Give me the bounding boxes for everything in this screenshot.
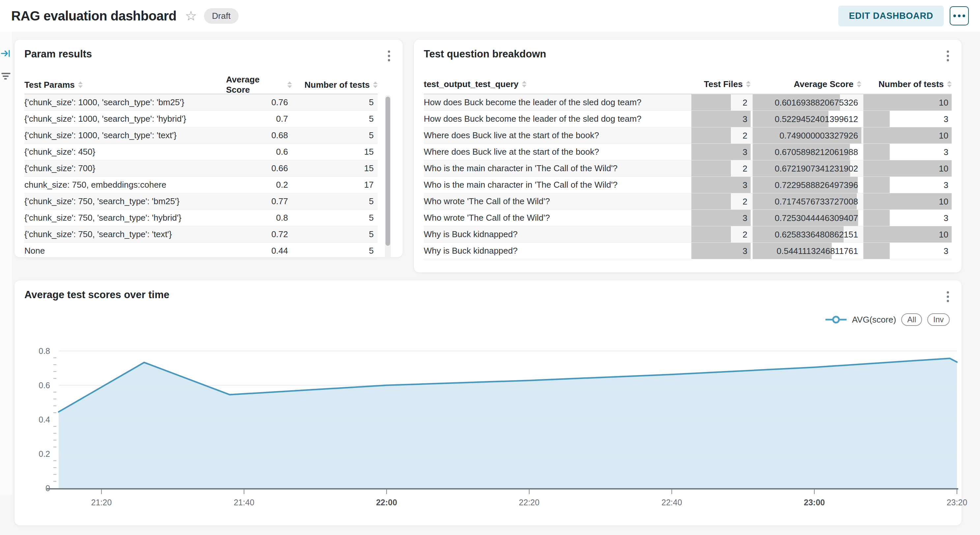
data-bar [863,144,890,160]
data-bar [691,127,731,144]
average-test-scores-panel: Average test scores over time AVG(score)… [14,280,961,525]
number-of-tests-cell: 15 [292,163,378,174]
range-inv-button[interactable]: Inv [927,313,950,326]
table-row[interactable]: {'chunk_size': 450}0.615 [24,144,378,160]
sort-icon [78,81,83,88]
column-header-average-score[interactable]: Average Score [752,79,861,89]
table-row[interactable]: Who is the main character in 'The Call o… [424,177,952,193]
table-row[interactable]: None0.445 [24,243,378,259]
number-of-tests-cell: 3 [863,243,952,259]
test-params-cell: None [24,246,226,256]
test-params-cell: {'chunk_size': 1000, 'search_type': 'hyb… [24,114,226,124]
x-axis-label: 23:00 [804,498,825,507]
query-cell: Where does Buck live at the start of the… [424,130,689,141]
data-bar [691,210,751,226]
table-row[interactable]: How does Buck become the leader of the s… [424,94,952,111]
number-of-tests-cell: 10 [863,160,952,176]
query-cell: Why is Buck kidnapped? [424,229,689,240]
series-marker-icon [826,316,846,324]
data-bar [691,94,731,110]
table-row[interactable]: {'chunk_size': 750, 'search_type': 'text… [24,226,378,243]
table-row[interactable]: How does Buck become the leader of the s… [424,111,952,127]
y-axis-label: 0.2 [38,449,50,458]
table-row[interactable]: {'chunk_size': 1000, 'search_type': 'tex… [24,127,378,144]
test-params-cell: {'chunk_size': 750, 'search_type': 'hybr… [24,213,226,223]
average-score-cell: 0.8 [226,213,292,223]
average-score-cell: 0.6705898212061988 [752,144,861,160]
table-row[interactable]: {'chunk_size': 1000, 'search_type': 'bm2… [24,94,378,111]
column-header-number-of-tests[interactable]: Number of tests [863,79,952,89]
table-scrollbar[interactable] [385,95,391,260]
data-bar [863,111,890,127]
test-params-cell: {'chunk_size': 750, 'search_type': 'bm25… [24,196,226,206]
filter-icon[interactable] [0,69,12,83]
test-files-cell: 2 [691,193,751,209]
top-bar: RAG evaluation dashboard ☆ Draft EDIT DA… [0,0,980,32]
average-score-cell: 0.7 [226,114,292,124]
more-options-button[interactable] [950,6,969,26]
average-score-cell: 0.6721907341231902 [752,160,861,176]
test-files-cell: 2 [691,127,751,144]
table-row[interactable]: {'chunk_size': 1000, 'search_type': 'hyb… [24,111,378,127]
x-axis-label: 22:00 [376,498,397,507]
number-of-tests-cell: 5 [292,213,378,223]
table-row[interactable]: Why is Buck kidnapped?20.625833648086215… [424,226,952,243]
range-all-button[interactable]: All [901,313,922,326]
query-cell: How does Buck become the leader of the s… [424,97,689,107]
data-bar [863,127,952,144]
collapse-panel-icon[interactable] [0,46,12,61]
table-row[interactable]: Where does Buck live at the start of the… [424,127,952,144]
table-row[interactable]: Who is the main character in 'The Call o… [424,160,952,177]
data-bar [691,144,751,160]
column-header-test-params[interactable]: Test Params [24,80,226,90]
data-bar [691,193,731,209]
average-score-cell: 0.7229588826497396 [752,177,861,193]
test-params-cell: {'chunk_size': 700} [24,163,226,174]
sort-icon [947,81,952,88]
average-score-cell: 0.68 [226,130,292,141]
average-score-cell: 0.2 [226,180,292,190]
panel-menu-button[interactable] [941,48,954,63]
panel-title: Param results [24,48,92,60]
data-bar [863,177,890,193]
column-header-query[interactable]: test_output_test_query [424,79,689,89]
topbar-actions: EDIT DASHBOARD [838,6,969,26]
favorite-star-icon[interactable]: ☆ [185,9,197,22]
data-bar [691,177,751,193]
average-score-cell: 0.749000003327926 [752,127,861,144]
data-bar [691,160,731,176]
number-of-tests-cell: 3 [863,111,952,127]
table-row[interactable]: {'chunk_size': 750, 'search_type': 'hybr… [24,210,378,226]
table-row[interactable]: {'chunk_size': 700}0.6615 [24,160,378,177]
table-row[interactable]: Who wrote 'The Call of the Wild'?20.7174… [424,193,952,210]
column-header-test-files[interactable]: Test Files [691,79,751,89]
panel-menu-button[interactable] [941,289,954,304]
query-cell: Why is Buck kidnapped? [424,246,689,256]
table-row[interactable]: Where does Buck live at the start of the… [424,144,952,160]
legend-series-label[interactable]: AVG(score) [852,315,896,325]
test-files-cell: 2 [691,226,751,243]
scrollbar-thumb[interactable] [385,97,390,246]
average-score-cell: 0.5441113246811761 [752,243,861,259]
edit-dashboard-button[interactable]: EDIT DASHBOARD [838,6,944,26]
y-axis-label: 0.8 [38,347,50,356]
status-badge: Draft [204,8,238,24]
table-row[interactable]: Who wrote 'The Call of the Wild'?30.7253… [424,210,952,226]
area-chart[interactable]: 00.20.40.60.821:2021:4022:0022:2022:4023… [14,330,961,523]
sort-icon [522,81,527,88]
table-row[interactable]: chunk_size: 750, embeddings:cohere0.217 [24,177,378,193]
table-row[interactable]: {'chunk_size': 750, 'search_type': 'bm25… [24,193,378,210]
column-header-number-of-tests[interactable]: Number of tests [292,80,378,90]
x-axis-label: 22:40 [661,498,682,507]
number-of-tests-cell: 10 [863,226,952,243]
test-params-cell: {'chunk_size': 1000, 'search_type': 'bm2… [24,97,226,107]
panel-title: Average test scores over time [24,289,169,301]
column-header-average-score[interactable]: Average Score [226,75,292,95]
test-params-cell: chunk_size: 750, embeddings:cohere [24,180,226,190]
number-of-tests-cell: 5 [292,246,378,256]
y-axis-label: 0.4 [38,415,50,424]
panel-menu-button[interactable] [382,48,395,63]
average-score-cell: 0.7253044446309407 [752,210,861,226]
table-row[interactable]: Why is Buck kidnapped?30.544111324681176… [424,243,952,259]
table-header-row: test_output_test_query Test Files Averag… [424,75,952,94]
